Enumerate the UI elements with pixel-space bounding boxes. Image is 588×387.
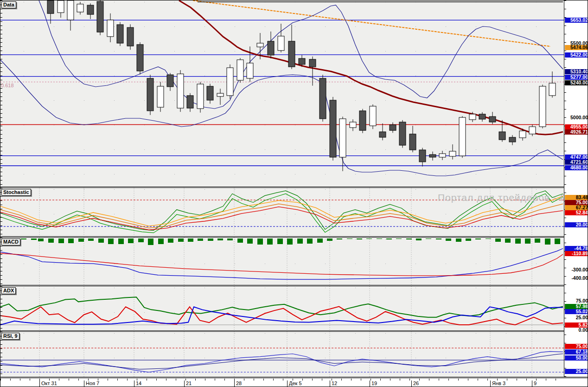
candle: [489, 112, 496, 124]
price-chart-canvas[interactable]: [0, 0, 564, 187]
candle: [67, 0, 74, 31]
macd-histogram-bar: [88, 239, 94, 241]
macd-histogram-bar: [267, 239, 273, 245]
candle: [87, 3, 94, 19]
macd-histogram-bar: [227, 239, 233, 240]
price-scale-label: 50.00: [565, 355, 588, 361]
price-scale-label: 75.00: [565, 344, 588, 349]
macd-histogram-bar: [505, 239, 511, 243]
candle: [77, 2, 83, 14]
price-scale-label: 4680.00: [565, 165, 588, 170]
macd-histogram-bar: [307, 239, 313, 244]
x-axis-label: 19: [370, 381, 377, 387]
macd-histogram-bar: [396, 239, 402, 239]
rsi-slow-line: [0, 354, 563, 369]
candle: [429, 152, 436, 161]
macd-histogram-bar: [208, 239, 213, 241]
macd-histogram-bar: [58, 239, 64, 243]
macd-histogram-bar: [456, 239, 461, 242]
x-axis-label: 26: [411, 381, 419, 387]
x-axis-label: Ноя 7: [84, 381, 99, 387]
candle: [549, 71, 556, 97]
macd-histogram-bar: [337, 239, 342, 239]
price-scale[interactable]: 5653.025500.005474.065422.005310.405277.…: [564, 0, 588, 377]
candle: [379, 123, 386, 140]
macd-histogram-bar: [247, 239, 253, 244]
macd-histogram-bar: [386, 239, 392, 239]
candle: [268, 32, 274, 58]
macd-histogram-bar: [237, 239, 243, 243]
panel-separator: [0, 236, 588, 238]
date-axis[interactable]: Окт 31Ноя 7142128Дек 5121926Янв 39: [0, 377, 588, 387]
macd-panel[interactable]: MACD: [0, 238, 564, 285]
orange-trendline: [193, 0, 550, 46]
macd-histogram-bar: [466, 239, 471, 241]
macd-histogram-bar: [357, 239, 362, 239]
rsi-canvas[interactable]: [0, 332, 564, 377]
candle: [117, 22, 123, 46]
candle: [127, 24, 134, 50]
price-scale-label: 25.00: [565, 315, 588, 320]
macd-canvas[interactable]: [0, 238, 564, 285]
macd-histogram-bar: [545, 239, 550, 245]
rsi-panel-title: RSI, 9: [1, 333, 19, 340]
adx-panel[interactable]: ADX: [0, 286, 564, 330]
macd-histogram-bar: [495, 239, 501, 242]
macd-histogram-bar: [287, 239, 293, 245]
macd-histogram-bar: [525, 239, 530, 244]
macd-histogram-bar: [406, 239, 412, 239]
price-scale-label: 5240.00: [565, 80, 588, 85]
candle: [237, 58, 243, 83]
candle: [339, 116, 346, 171]
macd-histogram-bar: [486, 239, 491, 239]
candle: [449, 144, 456, 160]
stochastic-panel[interactable]: Портал для трейдеров - ForTra Stochastic: [0, 188, 564, 236]
macd-histogram-bar: [138, 239, 144, 242]
x-axis-label: 28: [234, 381, 242, 387]
macd-histogram-bar: [277, 239, 283, 244]
x-axis-label: 14: [134, 381, 141, 387]
panel-separator: [0, 187, 588, 188]
candle: [529, 125, 536, 136]
macd-histogram-bar: [188, 239, 193, 242]
price-scale-label: 25.00: [565, 369, 588, 374]
candle: [350, 119, 356, 131]
candle: [137, 42, 143, 74]
price-scale-label: 55.02: [565, 309, 588, 314]
price-scale-label: 75.00: [565, 298, 588, 303]
price-scale-label: 5277.00: [565, 75, 588, 80]
candle: [459, 116, 466, 158]
left-tick-marks: [0, 0, 2, 187]
price-scale-label: 52.84: [565, 210, 588, 215]
macd-histogram-bar: [168, 239, 173, 243]
macd-histogram-bar: [555, 239, 560, 244]
candle: [177, 70, 184, 112]
macd-histogram-bar: [446, 239, 451, 241]
candle: [409, 126, 416, 152]
x-axis-label: 21: [184, 381, 192, 387]
candle: [330, 97, 336, 161]
adx-panel-title: ADX: [1, 287, 16, 294]
candle: [370, 104, 376, 129]
macd-histogram-bar: [198, 239, 203, 241]
candle: [187, 93, 193, 112]
price-panel[interactable]: Data 0.618: [0, 0, 564, 187]
macd-histogram-bar: [475, 239, 481, 239]
fib-level-label: 0.618: [1, 83, 14, 88]
candle: [390, 123, 396, 133]
candle: [288, 25, 295, 69]
rsi-panel[interactable]: RSI, 9: [0, 332, 564, 377]
candle: [419, 148, 426, 167]
x-axis-label: Янв 3: [490, 381, 505, 387]
price-scale-label: 5653.02: [565, 18, 588, 23]
panel-separator: [0, 285, 588, 286]
macd-histogram-bar: [118, 239, 124, 244]
axis-border: [0, 377, 588, 378]
macd-histogram-bar: [416, 239, 422, 240]
macd-histogram-bar: [48, 239, 54, 243]
price-scale-label: 4721.60: [565, 160, 588, 165]
candle: [439, 151, 446, 160]
macd-histogram-bar: [515, 239, 521, 244]
adx-blue: [0, 307, 563, 325]
adx-canvas[interactable]: [0, 286, 564, 330]
